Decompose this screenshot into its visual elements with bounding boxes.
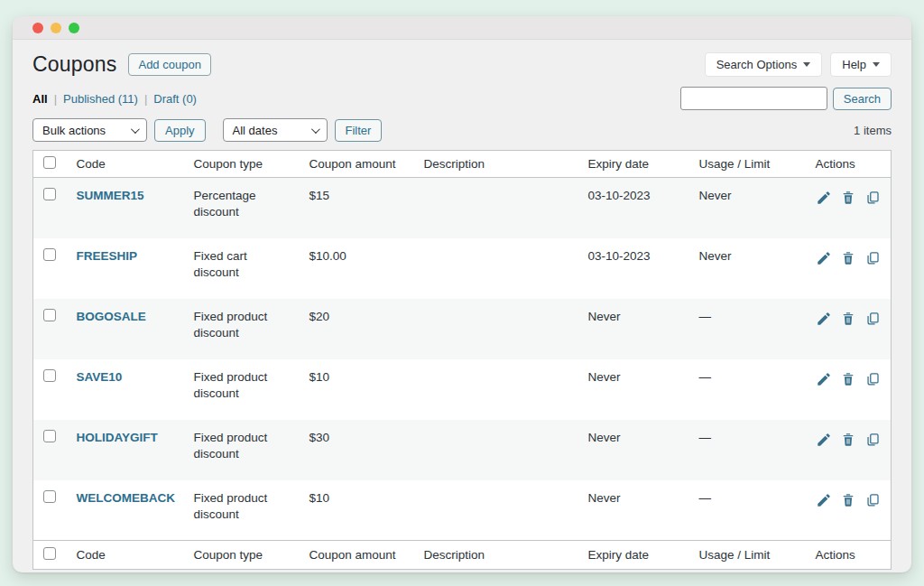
delete-coupon-button[interactable] xyxy=(840,311,856,327)
row-actions xyxy=(816,188,882,206)
coupon-description-cell xyxy=(415,359,579,420)
copy-icon xyxy=(864,432,881,448)
row-checkbox[interactable] xyxy=(43,188,56,200)
pencil-icon xyxy=(816,371,832,387)
coupon-code-link[interactable]: FREESHIP xyxy=(77,249,138,263)
coupon-row: HOLIDAYGIFT Fixed product discount $30 N… xyxy=(33,420,892,480)
coupon-type-cell: Fixed product discount xyxy=(185,359,300,420)
column-footer-coupon-type: Coupon type xyxy=(185,541,300,570)
edit-coupon-button[interactable] xyxy=(816,432,832,448)
filter-button[interactable]: Filter xyxy=(335,119,383,142)
select-all-checkbox[interactable] xyxy=(43,547,56,560)
dates-filter-value: All dates xyxy=(233,124,278,137)
expiry-date-cell: 03-10-2023 xyxy=(579,238,690,299)
usage-limit-cell: — xyxy=(690,420,807,480)
view-published[interactable]: Published (11) xyxy=(63,92,138,106)
delete-coupon-button[interactable] xyxy=(840,492,856,508)
coupon-code-link[interactable]: SUMMER15 xyxy=(77,189,144,202)
column-header-code[interactable]: Code xyxy=(68,151,185,178)
column-header-coupon-amount: Coupon amount xyxy=(300,151,415,178)
coupon-type-cell: Fixed product discount xyxy=(185,420,300,480)
coupon-amount-cell: $20 xyxy=(300,299,415,359)
copy-icon xyxy=(864,190,881,206)
table-footer-row: Code Coupon type Coupon amount Descripti… xyxy=(33,541,892,570)
row-checkbox[interactable] xyxy=(43,490,56,503)
row-checkbox[interactable] xyxy=(43,369,56,382)
trash-icon xyxy=(840,432,856,448)
row-actions xyxy=(816,430,882,448)
dates-filter-select[interactable]: All dates xyxy=(223,118,328,142)
edit-coupon-button[interactable] xyxy=(816,371,832,387)
column-footer-expiry-date: Expiry date xyxy=(579,541,690,570)
window-titlebar xyxy=(13,16,911,40)
chevron-down-icon xyxy=(873,62,880,67)
row-checkbox[interactable] xyxy=(43,430,56,442)
coupon-code-link[interactable]: WELCOMEBACK xyxy=(77,491,176,505)
coupon-row: FREESHIP Fixed cart discount $10.00 03-1… xyxy=(33,238,892,299)
column-footer-description: Description xyxy=(415,541,579,570)
coupon-code-link[interactable]: BOGOSALE xyxy=(77,310,146,323)
duplicate-coupon-button[interactable] xyxy=(864,371,881,387)
coupon-code-link[interactable]: SAVE10 xyxy=(77,370,123,384)
coupon-description-cell xyxy=(415,178,579,238)
row-actions xyxy=(816,248,882,266)
page-title: Coupons xyxy=(32,52,116,77)
column-footer-code[interactable]: Code xyxy=(68,541,185,570)
delete-coupon-button[interactable] xyxy=(840,432,856,448)
column-header-usage-limit: Usage / Limit xyxy=(690,151,807,178)
coupon-code-link[interactable]: HOLIDAYGIFT xyxy=(77,431,158,444)
select-all-checkbox[interactable] xyxy=(43,156,56,169)
coupon-type-cell: Percentage discount xyxy=(185,178,300,238)
coupon-type-cell: Fixed cart discount xyxy=(185,238,300,299)
usage-limit-cell: Never xyxy=(690,238,807,299)
edit-coupon-button[interactable] xyxy=(816,311,832,327)
help-button[interactable]: Help xyxy=(830,52,892,77)
view-separator: | xyxy=(144,92,147,106)
trash-icon xyxy=(840,492,856,508)
row-checkbox[interactable] xyxy=(43,309,56,321)
search-input[interactable] xyxy=(680,87,827,110)
trash-icon xyxy=(840,311,856,327)
zoom-window-button[interactable] xyxy=(69,23,79,33)
row-checkbox[interactable] xyxy=(43,248,56,261)
duplicate-coupon-button[interactable] xyxy=(864,190,881,206)
search-button[interactable]: Search xyxy=(833,88,892,110)
edit-coupon-button[interactable] xyxy=(816,492,832,508)
page-header: Coupons Add coupon Search Options Help xyxy=(32,52,892,77)
coupon-type-cell: Fixed product discount xyxy=(185,299,300,359)
delete-coupon-button[interactable] xyxy=(840,250,856,266)
coupon-amount-cell: $30 xyxy=(300,420,415,480)
duplicate-coupon-button[interactable] xyxy=(864,311,881,327)
items-count: 1 items xyxy=(854,124,892,137)
copy-icon xyxy=(864,492,881,508)
duplicate-coupon-button[interactable] xyxy=(864,492,881,508)
add-coupon-button[interactable]: Add coupon xyxy=(128,53,210,76)
column-header-expiry-date: Expiry date xyxy=(579,151,690,178)
search-group: Search xyxy=(680,87,892,110)
bulk-actions-select[interactable]: Bulk actions xyxy=(32,118,147,142)
duplicate-coupon-button[interactable] xyxy=(864,250,881,266)
chevron-down-icon xyxy=(803,62,810,67)
coupon-description-cell xyxy=(415,420,579,480)
view-all[interactable]: All xyxy=(32,92,48,106)
column-header-description: Description xyxy=(415,151,579,178)
expiry-date-cell: Never xyxy=(579,299,690,359)
view-draft[interactable]: Draft (0) xyxy=(153,92,197,106)
search-options-label: Search Options xyxy=(716,58,798,71)
column-header-coupon-type: Coupon type xyxy=(185,151,300,178)
app-window: Coupons Add coupon Search Options Help A… xyxy=(13,16,911,572)
edit-coupon-button[interactable] xyxy=(816,250,832,266)
close-window-button[interactable] xyxy=(32,23,43,33)
apply-button[interactable]: Apply xyxy=(154,119,206,142)
row-actions xyxy=(816,309,882,327)
trash-icon xyxy=(840,190,856,206)
column-footer-usage-limit: Usage / Limit xyxy=(690,541,807,570)
coupon-row: SUMMER15 Percentage discount $15 03-10-2… xyxy=(33,178,892,238)
edit-coupon-button[interactable] xyxy=(816,190,832,206)
expiry-date-cell: Never xyxy=(579,480,690,541)
delete-coupon-button[interactable] xyxy=(840,371,856,387)
search-options-button[interactable]: Search Options xyxy=(705,52,823,77)
delete-coupon-button[interactable] xyxy=(840,190,856,206)
minimize-window-button[interactable] xyxy=(51,23,61,33)
duplicate-coupon-button[interactable] xyxy=(864,432,881,448)
